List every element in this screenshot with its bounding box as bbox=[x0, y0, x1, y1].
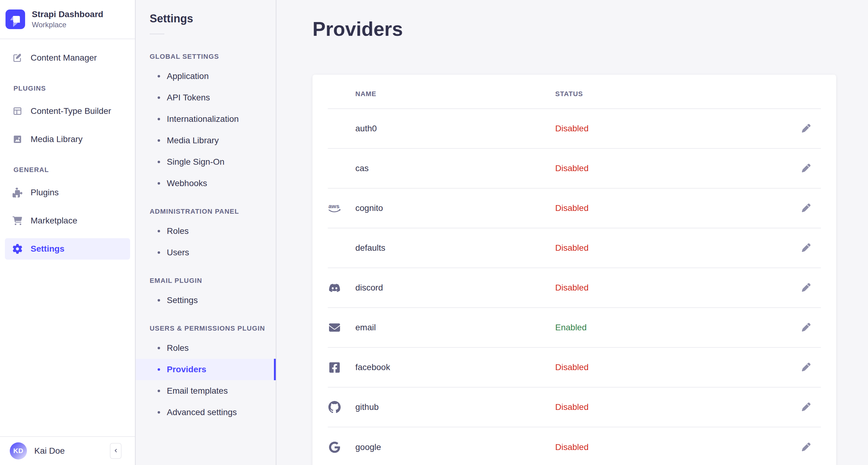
edit-provider-button[interactable] bbox=[799, 201, 813, 216]
edit-cell bbox=[792, 280, 821, 295]
column-header-name: NAME bbox=[355, 90, 540, 98]
edit-provider-button[interactable] bbox=[799, 241, 813, 255]
subnav-item-users[interactable]: Users bbox=[135, 242, 276, 263]
bullet-icon bbox=[158, 139, 160, 142]
subnav-item-providers[interactable]: Providers bbox=[135, 359, 276, 380]
subnav-section-header: ADMINISTRATION PANEL bbox=[135, 208, 276, 216]
collapse-sidebar-button[interactable] bbox=[110, 443, 122, 459]
discord-icon bbox=[328, 281, 341, 294]
subnav-section-header: USERS & PERMISSIONS PLUGIN bbox=[135, 324, 276, 333]
pencil-icon bbox=[802, 283, 810, 293]
svg-text:aws: aws bbox=[329, 203, 339, 209]
pencil-icon bbox=[802, 363, 810, 372]
sidebar-item-label: Media Library bbox=[31, 134, 83, 144]
provider-name: github bbox=[355, 402, 540, 412]
settings-subnav: Settings GLOBAL SETTINGSApplicationAPI T… bbox=[135, 0, 276, 465]
subnav-item-webhooks[interactable]: Webhooks bbox=[135, 173, 276, 194]
edit-cell bbox=[792, 121, 821, 136]
subnav-section-header: EMAIL PLUGIN bbox=[135, 277, 276, 285]
table-row: casDisabled bbox=[328, 149, 821, 189]
subnav-list: Settings bbox=[135, 289, 276, 311]
subnav-item-email-templates[interactable]: Email templates bbox=[135, 380, 276, 402]
content-type-builder-icon bbox=[12, 106, 23, 116]
edit-provider-button[interactable] bbox=[799, 320, 813, 335]
edit-cell bbox=[792, 440, 821, 455]
subnav-title: Settings bbox=[150, 12, 276, 25]
table-row: emailEnabled bbox=[328, 308, 821, 348]
subnav-divider bbox=[150, 34, 164, 34]
subnav-item-single-sign-on[interactable]: Single Sign-On bbox=[135, 151, 276, 173]
workspace-subtitle: Workplace bbox=[32, 21, 103, 29]
main-content: Providers NAME STATUS auth0DisabledcasDi… bbox=[276, 0, 868, 465]
bullet-icon bbox=[158, 251, 160, 254]
sidebar-item-media-library[interactable]: Media Library bbox=[5, 129, 130, 150]
table-row: defaultsDisabled bbox=[328, 228, 821, 268]
edit-cell bbox=[792, 320, 821, 335]
content-manager-icon bbox=[12, 53, 23, 63]
sidebar-item-label: Content Manager bbox=[31, 53, 97, 63]
media-library-icon bbox=[12, 134, 23, 145]
empty-icon bbox=[328, 122, 341, 135]
edit-provider-button[interactable] bbox=[799, 440, 813, 455]
subnav-item-settings[interactable]: Settings bbox=[135, 289, 276, 311]
subnav-item-advanced-settings[interactable]: Advanced settings bbox=[135, 402, 276, 423]
pencil-icon bbox=[802, 443, 810, 452]
empty-icon bbox=[328, 162, 341, 175]
subnav-item-roles[interactable]: Roles bbox=[135, 337, 276, 359]
gear-icon bbox=[12, 244, 23, 254]
subnav-item-roles[interactable]: Roles bbox=[135, 220, 276, 242]
provider-status: Disabled bbox=[555, 124, 776, 133]
edit-provider-button[interactable] bbox=[799, 400, 813, 414]
facebook-icon bbox=[328, 361, 341, 374]
pencil-icon bbox=[802, 204, 810, 213]
bullet-icon bbox=[158, 299, 160, 302]
subnav-item-label: Single Sign-On bbox=[167, 157, 224, 167]
pencil-icon bbox=[802, 124, 810, 133]
providers-table-body: auth0DisabledcasDisabledawscognitoDisabl… bbox=[312, 109, 836, 465]
bullet-icon bbox=[158, 96, 160, 99]
edit-provider-button[interactable] bbox=[799, 161, 813, 176]
table-row: githubDisabled bbox=[328, 388, 821, 427]
avatar: KD bbox=[10, 442, 27, 460]
bullet-icon bbox=[158, 368, 160, 371]
subnav-item-label: Email templates bbox=[167, 386, 228, 396]
subnav-item-label: Webhooks bbox=[167, 179, 207, 188]
page-title: Providers bbox=[312, 17, 836, 41]
provider-name: email bbox=[355, 323, 540, 333]
edit-cell bbox=[792, 400, 821, 414]
bullet-icon bbox=[158, 347, 160, 349]
subnav-section: ADMINISTRATION PANELRolesUsers bbox=[135, 208, 276, 263]
provider-name: discord bbox=[355, 283, 540, 293]
table-header-row: NAME STATUS bbox=[328, 75, 821, 109]
subnav-item-label: Roles bbox=[167, 226, 189, 236]
subnav-item-internationalization[interactable]: Internationalization bbox=[135, 108, 276, 130]
strapi-logo-icon bbox=[5, 9, 25, 29]
edit-provider-button[interactable] bbox=[799, 360, 813, 375]
pencil-icon bbox=[802, 243, 810, 253]
sidebar-item-plugins[interactable]: Plugins bbox=[5, 182, 130, 203]
sidebar-item-content-manager[interactable]: Content Manager bbox=[5, 47, 130, 69]
subnav-item-api-tokens[interactable]: API Tokens bbox=[135, 87, 276, 108]
github-icon bbox=[328, 400, 341, 414]
sidebar-item-content-type-builder[interactable]: Content-Type Builder bbox=[5, 100, 130, 122]
subnav-item-application[interactable]: Application bbox=[135, 65, 276, 87]
subnav-list: RolesProvidersEmail templatesAdvanced se… bbox=[135, 337, 276, 423]
bullet-icon bbox=[158, 118, 160, 120]
subnav-item-label: Application bbox=[167, 71, 209, 81]
user-name: Kai Doe bbox=[34, 446, 65, 456]
sidebar-item-marketplace[interactable]: Marketplace bbox=[5, 210, 130, 231]
table-row: googleDisabled bbox=[328, 427, 821, 465]
providers-table-card: NAME STATUS auth0DisabledcasDisabledawsc… bbox=[312, 75, 836, 465]
column-header-status: STATUS bbox=[555, 90, 776, 98]
table-row: facebookDisabled bbox=[328, 348, 821, 388]
edit-provider-button[interactable] bbox=[799, 121, 813, 136]
table-row: awscognitoDisabled bbox=[328, 189, 821, 228]
bullet-icon bbox=[158, 411, 160, 413]
subnav-item-label: Users bbox=[167, 248, 189, 257]
subnav-item-media-library[interactable]: Media Library bbox=[135, 130, 276, 151]
sidebar-item-settings[interactable]: Settings bbox=[5, 238, 130, 259]
aws-icon: aws bbox=[328, 202, 341, 215]
pencil-icon bbox=[802, 403, 810, 412]
edit-provider-button[interactable] bbox=[799, 280, 813, 295]
cart-icon bbox=[12, 216, 23, 226]
